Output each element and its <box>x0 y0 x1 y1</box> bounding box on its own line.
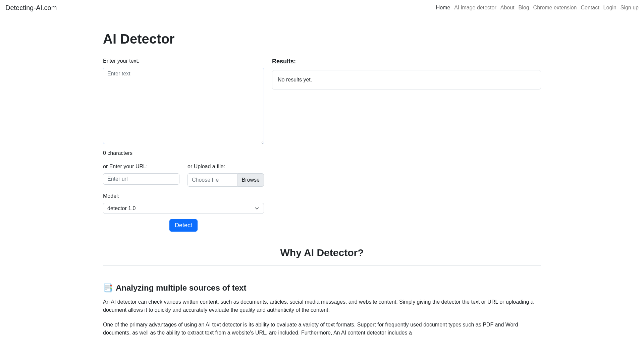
feature-section: 📑 Analyzing multiple sources of text An … <box>0 282 644 337</box>
text-label: Enter your text: <box>103 57 264 65</box>
page-title: AI Detector <box>103 29 644 49</box>
results-empty-text: No results yet. <box>278 77 312 82</box>
results-column: Results: No results yet. <box>272 57 541 232</box>
nav-link-home[interactable]: Home <box>436 3 450 12</box>
nav-link-ai-image-detector[interactable]: AI image detector <box>454 3 496 12</box>
feature-paragraph-1: An AI detector can check various written… <box>103 298 541 314</box>
input-column: Enter your text: 0 characters or Enter y… <box>103 57 264 232</box>
feature-paragraph-2: One of the primary advantages of using a… <box>103 321 541 337</box>
results-title: Results: <box>272 57 541 66</box>
nav-link-login[interactable]: Login <box>603 3 616 12</box>
file-label: or Upload a file: <box>187 163 264 171</box>
file-input-group[interactable]: Choose file Browse <box>187 173 264 187</box>
model-select[interactable]: detector 1.0 <box>103 203 264 214</box>
url-label: or Enter your URL: <box>103 163 179 171</box>
file-browse-button[interactable]: Browse <box>237 173 264 187</box>
why-title: Why AI Detector? <box>0 245 644 260</box>
nav-link-blog[interactable]: Blog <box>519 3 529 12</box>
results-card: No results yet. <box>272 70 541 89</box>
url-input[interactable] <box>103 173 179 185</box>
nav-link-contact[interactable]: Contact <box>581 3 599 12</box>
model-label: Model: <box>103 192 264 200</box>
detect-button[interactable]: Detect <box>169 219 198 232</box>
document-icon: 📑 <box>103 282 113 294</box>
nav-link-about[interactable]: About <box>500 3 515 12</box>
divider <box>103 265 541 266</box>
navbar: Detecting-AI.com Home AI image detector … <box>0 0 644 15</box>
char-count: 0 characters <box>103 149 264 157</box>
nav-link-signup[interactable]: Sign up <box>621 3 639 12</box>
feature-title: 📑 Analyzing multiple sources of text <box>103 282 541 294</box>
feature-title-text: Analyzing multiple sources of text <box>116 282 246 294</box>
navbar-nav: Home AI image detector About Blog Chrome… <box>436 4 639 12</box>
navbar-brand[interactable]: Detecting-AI.com <box>5 3 57 13</box>
file-placeholder: Choose file <box>187 173 237 187</box>
nav-link-chrome-extension[interactable]: Chrome extension <box>533 3 577 12</box>
text-input[interactable] <box>103 68 264 144</box>
